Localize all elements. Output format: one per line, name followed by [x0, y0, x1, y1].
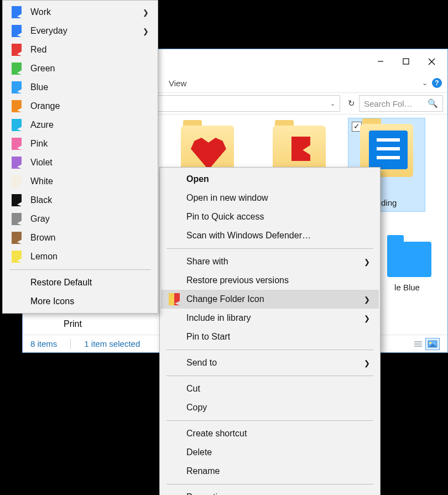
chevron-right-icon: ❯ — [364, 295, 370, 304]
color-swatch-icon — [12, 62, 22, 75]
color-item-gray[interactable]: Gray — [4, 210, 157, 228]
ctx-cut[interactable]: Cut — [161, 379, 379, 398]
color-item-label: Black — [30, 195, 52, 205]
ctx-open[interactable]: Open — [161, 170, 379, 189]
color-item-label: Lemon — [30, 252, 58, 262]
color-item-label: Violet — [30, 158, 53, 168]
ribbon-expand-icon[interactable]: ⌄ — [422, 79, 428, 87]
menu-more-icons[interactable]: More Icons — [4, 292, 157, 311]
menu-restore-default[interactable]: Restore Default — [4, 273, 157, 292]
color-swatch-icon — [12, 6, 22, 18]
ctx-scan-defender[interactable]: Scan with Windows Defender… — [161, 226, 379, 245]
ctx-copy[interactable]: Copy — [161, 398, 379, 417]
ctx-pin-quick-access[interactable]: Pin to Quick access — [161, 207, 379, 226]
color-item-red[interactable]: Red — [4, 40, 157, 59]
ctx-send-to[interactable]: Send to❯ — [161, 353, 379, 372]
print-label: Print — [64, 319, 82, 329]
color-item-violet[interactable]: Violet — [4, 153, 157, 172]
search-input[interactable]: Search Fol… 🔍 — [359, 95, 443, 112]
status-item-count: 8 items — [30, 339, 57, 348]
color-swatch-icon — [12, 157, 22, 169]
chevron-right-icon: ❯ — [143, 8, 149, 17]
color-swatch-icon — [12, 81, 22, 93]
folder-simple-blue[interactable]: le Blue — [377, 225, 437, 292]
refresh-button[interactable]: ↻ — [343, 98, 359, 108]
search-icon: 🔍 — [428, 98, 438, 108]
ctx-share-with[interactable]: Share with❯ — [161, 252, 379, 271]
search-placeholder-text: Search Fol… — [364, 99, 413, 108]
color-swatch-icon — [12, 175, 22, 187]
color-item-everyday[interactable]: Everyday❯ — [4, 22, 157, 40]
color-item-lemon[interactable]: Lemon — [4, 247, 157, 266]
color-item-label: Pink — [30, 139, 48, 149]
status-divider — [70, 339, 71, 349]
color-swatch-icon — [12, 25, 22, 37]
ctx-open-new-window[interactable]: Open in new window — [161, 189, 379, 207]
ctx-create-shortcut[interactable]: Create shortcut — [161, 424, 379, 443]
maximize-button[interactable] — [393, 53, 419, 70]
color-swatch-icon — [12, 138, 22, 150]
color-item-label: Green — [30, 64, 55, 74]
chevron-right-icon: ❯ — [364, 359, 370, 367]
menu-separator — [166, 350, 373, 350]
ctx-include-in-library[interactable]: Include in library❯ — [161, 309, 379, 327]
color-item-azure[interactable]: Azure — [4, 116, 157, 134]
ctx-pin-to-start[interactable]: Pin to Start — [161, 327, 379, 346]
address-dropdown-icon[interactable]: ⌄ — [330, 100, 335, 107]
color-item-orange[interactable]: Orange — [4, 97, 157, 116]
color-item-work[interactable]: Work❯ — [4, 3, 157, 22]
svg-point-8 — [429, 342, 431, 344]
color-item-label: White — [30, 176, 53, 186]
color-swatch-icon — [12, 119, 22, 131]
menu-separator — [9, 269, 151, 270]
color-item-label: Orange — [30, 101, 60, 111]
color-swatch-icon — [12, 194, 22, 206]
menu-separator — [166, 420, 373, 421]
color-item-pink[interactable]: Pink — [4, 134, 157, 153]
color-item-label: Azure — [30, 120, 54, 130]
svg-rect-1 — [403, 59, 409, 64]
help-button[interactable]: ? — [432, 78, 442, 88]
color-item-label: Blue — [30, 82, 48, 92]
folder-color-icon — [169, 293, 180, 305]
view-details-button[interactable] — [411, 338, 425, 350]
menu-separator — [166, 376, 373, 376]
chevron-right-icon: ❯ — [364, 258, 370, 266]
folder-color-submenu: Work❯Everyday❯RedGreenBlueOrangeAzurePin… — [2, 0, 158, 314]
close-button[interactable] — [419, 53, 444, 70]
color-swatch-icon — [12, 232, 22, 244]
chevron-right-icon: ❯ — [143, 27, 149, 35]
color-item-label: Gray — [30, 214, 50, 224]
menu-separator — [166, 248, 373, 249]
color-item-label: Everyday — [30, 26, 67, 36]
minimize-button[interactable] — [368, 53, 393, 70]
color-item-label: Red — [30, 45, 46, 55]
ctx-change-folder-icon[interactable]: Change Folder Icon ❯ — [161, 290, 379, 309]
color-item-white[interactable]: White — [4, 172, 157, 191]
ctx-properties[interactable]: Properties — [161, 488, 379, 495]
folder-label: le Blue — [377, 283, 437, 292]
menu-separator — [166, 484, 373, 484]
color-swatch-icon — [12, 44, 22, 56]
tab-view[interactable]: View — [169, 79, 186, 88]
color-swatch-icon — [12, 100, 22, 112]
ctx-delete[interactable]: Delete — [161, 443, 379, 462]
color-item-green[interactable]: Green — [4, 59, 157, 78]
context-menu: Open Open in new window Pin to Quick acc… — [159, 167, 381, 495]
color-item-label: Brown — [30, 233, 55, 243]
color-item-brown[interactable]: Brown — [4, 228, 157, 247]
ctx-rename[interactable]: Rename — [161, 462, 379, 481]
status-selection: 1 item selected — [84, 339, 140, 348]
color-swatch-icon — [12, 213, 22, 225]
color-swatch-icon — [12, 251, 22, 263]
color-item-blue[interactable]: Blue — [4, 78, 157, 97]
color-item-label: Work — [30, 7, 51, 17]
view-thumbnails-button[interactable] — [425, 338, 440, 350]
color-item-black[interactable]: Black — [4, 191, 157, 210]
chevron-right-icon: ❯ — [364, 314, 370, 322]
ctx-restore-previous[interactable]: Restore previous versions — [161, 271, 379, 290]
